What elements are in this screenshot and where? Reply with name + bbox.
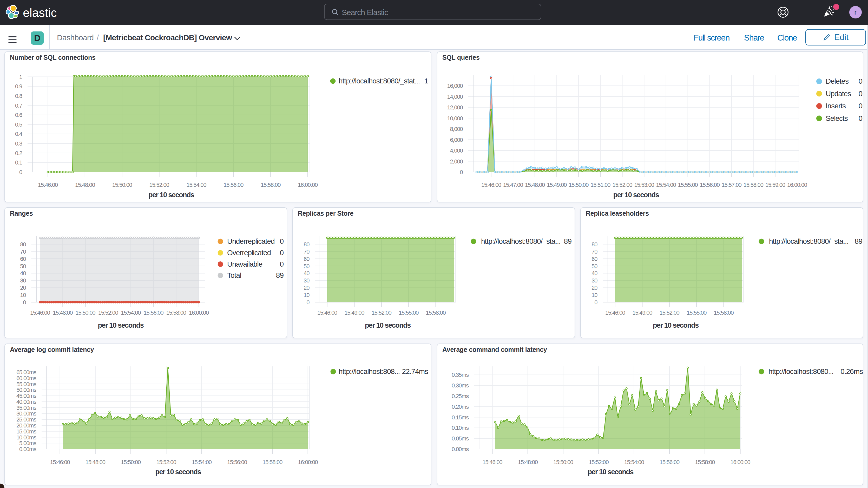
svg-text:0: 0 [280, 260, 283, 268]
svg-text:0.20ms: 0.20ms [452, 403, 469, 410]
svg-text:20: 20 [20, 284, 26, 291]
svg-text:70: 70 [304, 248, 310, 255]
svg-text:0: 0 [858, 102, 862, 110]
svg-text:15:48:00: 15:48:00 [525, 182, 545, 188]
svg-text:15:52:00: 15:52:00 [372, 309, 392, 316]
svg-text:0.26ms: 0.26ms [840, 367, 863, 375]
svg-text:http://localhost:8080/_sta...: http://localhost:8080/_sta... [769, 237, 848, 245]
svg-text:0.5: 0.5 [15, 121, 22, 128]
svg-text:6,000: 6,000 [450, 137, 463, 143]
svg-text:15:58:00: 15:58:00 [695, 459, 715, 465]
svg-text:0: 0 [858, 90, 862, 98]
svg-text:15:58:00: 15:58:00 [261, 182, 281, 188]
svg-text:per 10 seconds: per 10 seconds [653, 322, 699, 329]
svg-text:per 10 seconds: per 10 seconds [98, 322, 144, 329]
svg-text:0.15ms: 0.15ms [452, 414, 469, 421]
svg-text:60.00ms: 60.00ms [17, 375, 36, 382]
svg-text:Updates: Updates [826, 90, 851, 98]
svg-text:45.00ms: 45.00ms [17, 393, 36, 399]
svg-text:80: 80 [304, 241, 310, 248]
svg-text:15:50:00: 15:50:00 [553, 459, 573, 465]
svg-text:89: 89 [564, 237, 572, 245]
svg-text:10: 10 [591, 292, 597, 298]
svg-text:0.1: 0.1 [15, 159, 22, 166]
svg-text:16:00:00: 16:00:00 [731, 459, 750, 465]
svg-text:15:48:00: 15:48:00 [86, 459, 105, 465]
svg-text:50: 50 [591, 263, 597, 270]
svg-text:55.00ms: 55.00ms [17, 381, 36, 388]
svg-text:15:46:00: 15:46:00 [317, 309, 337, 316]
svg-text:15:46:00: 15:46:00 [50, 459, 70, 465]
svg-text:0.25ms: 0.25ms [452, 393, 469, 399]
svg-text:0.7: 0.7 [15, 102, 22, 109]
svg-text:15:55:00: 15:55:00 [399, 309, 418, 316]
svg-text:1: 1 [19, 74, 22, 80]
svg-text:15:58:00: 15:58:00 [426, 309, 446, 316]
svg-text:10,000: 10,000 [447, 115, 463, 122]
svg-text:10.00ms: 10.00ms [17, 434, 36, 441]
svg-text:Underreplicated: Underreplicated [227, 237, 275, 245]
svg-text:0.10ms: 0.10ms [452, 425, 469, 431]
svg-text:0: 0 [594, 299, 597, 306]
svg-text:50.00ms: 50.00ms [17, 387, 36, 393]
svg-text:15:54:00: 15:54:00 [656, 182, 676, 188]
svg-text:60: 60 [591, 256, 597, 262]
svg-text:15:59:00: 15:59:00 [765, 182, 785, 188]
svg-text:http://localhost:8080/_stat...: http://localhost:8080/_stat... [339, 77, 420, 85]
svg-text:60: 60 [304, 256, 310, 262]
svg-text:70: 70 [20, 248, 26, 255]
svg-text:16:00:00: 16:00:00 [298, 182, 318, 188]
svg-text:20.00ms: 20.00ms [17, 422, 36, 429]
svg-text:50: 50 [304, 263, 310, 270]
svg-text:0.05ms: 0.05ms [452, 435, 469, 442]
svg-text:30: 30 [591, 277, 597, 284]
svg-text:40.00ms: 40.00ms [17, 399, 36, 405]
svg-text:15:52:00: 15:52:00 [149, 182, 169, 188]
svg-text:Total: Total [227, 271, 241, 279]
svg-text:15:51:00: 15:51:00 [590, 182, 611, 188]
svg-text:15:46:00: 15:46:00 [481, 182, 501, 188]
svg-text:0.9: 0.9 [15, 83, 22, 90]
svg-text:15:54:00: 15:54:00 [192, 459, 212, 465]
svg-text:Unavailable: Unavailable [227, 260, 262, 268]
svg-text:10: 10 [20, 292, 26, 298]
svg-text:15:56:00: 15:56:00 [659, 459, 680, 465]
svg-text:80: 80 [20, 241, 26, 248]
svg-text:10: 10 [304, 292, 310, 298]
svg-text:15:58:00: 15:58:00 [262, 459, 282, 465]
svg-text:89: 89 [276, 271, 284, 279]
svg-text:15:46:00: 15:46:00 [605, 309, 625, 316]
svg-text:15:52:00: 15:52:00 [156, 459, 176, 465]
svg-text:15:58:00: 15:58:00 [714, 309, 734, 316]
svg-text:per 10 seconds: per 10 seconds [613, 191, 659, 199]
svg-text:12,000: 12,000 [447, 104, 463, 111]
svg-text:15:52:00: 15:52:00 [612, 182, 632, 188]
svg-text:Deletes: Deletes [826, 77, 848, 85]
svg-text:1: 1 [424, 77, 428, 85]
svg-text:http://localhost:808...: http://localhost:808... [339, 367, 400, 375]
svg-text:20: 20 [591, 284, 597, 291]
svg-text:15:49:00: 15:49:00 [344, 309, 364, 316]
svg-text:80: 80 [591, 241, 597, 248]
svg-text:0.35ms: 0.35ms [452, 372, 469, 378]
svg-text:16:00:00: 16:00:00 [787, 182, 807, 188]
svg-text:15:57:00: 15:57:00 [722, 182, 742, 188]
svg-text:4,000: 4,000 [450, 147, 463, 154]
svg-text:65.00ms: 65.00ms [17, 369, 36, 375]
svg-text:0.00ms: 0.00ms [19, 446, 36, 452]
svg-text:15:50:00: 15:50:00 [75, 309, 96, 316]
svg-text:15:48:00: 15:48:00 [518, 459, 538, 465]
svg-text:Overreplicated: Overreplicated [227, 249, 271, 257]
svg-text:30: 30 [304, 277, 310, 284]
svg-text:15:50:00: 15:50:00 [121, 459, 141, 465]
svg-text:40: 40 [20, 270, 26, 276]
svg-text:0: 0 [858, 114, 862, 122]
svg-text:0: 0 [280, 237, 283, 245]
svg-text:15:54:00: 15:54:00 [186, 182, 206, 188]
svg-text:16,000: 16,000 [447, 83, 463, 89]
svg-text:0: 0 [23, 299, 26, 306]
svg-text:89: 89 [855, 237, 863, 245]
svg-text:http://localhost:8080...: http://localhost:8080... [769, 367, 833, 375]
svg-text:15:56:00: 15:56:00 [227, 459, 247, 465]
svg-text:0.4: 0.4 [15, 131, 22, 137]
